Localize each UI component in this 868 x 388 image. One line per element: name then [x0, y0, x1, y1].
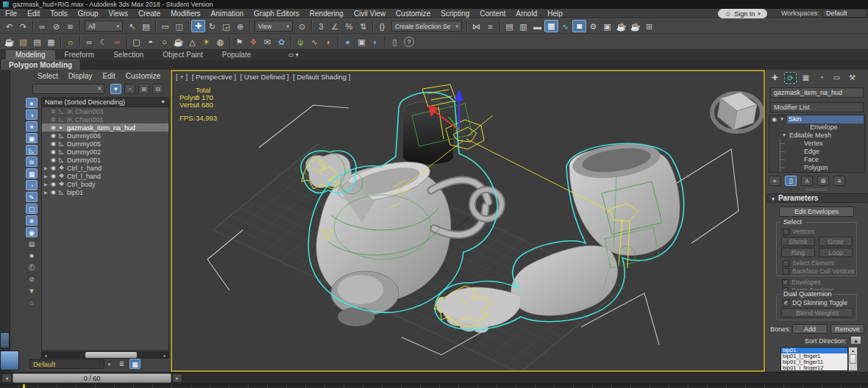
render-production-icon[interactable]: ☕: [614, 20, 628, 33]
checkbox-icon[interactable]: [783, 229, 789, 235]
select-and-link-icon[interactable]: ∞: [35, 20, 49, 33]
panel-tab-motion-icon[interactable]: ◔: [815, 72, 828, 84]
vertices-checkbox[interactable]: Vertices: [783, 228, 814, 235]
primitive-teapot-icon[interactable]: ☕: [171, 35, 185, 48]
envelopes-checkbox[interactable]: Envelopes: [782, 279, 821, 286]
expand-all-icon[interactable]: ⊞: [138, 84, 149, 94]
panel-splitter-handle[interactable]: [805, 188, 828, 191]
loop-button[interactable]: Loop: [819, 248, 853, 257]
rectangular-selection-icon[interactable]: ▭: [158, 20, 172, 33]
visibility-icon[interactable]: ◉: [51, 181, 57, 187]
lock-explorer-icon[interactable]: ∩: [124, 84, 135, 94]
visibility-icon[interactable]: ◉: [51, 124, 57, 131]
primitive-dome-icon[interactable]: ◓: [143, 35, 157, 48]
visibility-icon[interactable]: ≣: [51, 116, 57, 123]
clear-search-icon[interactable]: ✕: [97, 85, 102, 92]
mirror-icon[interactable]: ⋈: [469, 20, 483, 33]
visibility-icon[interactable]: ◉: [51, 148, 57, 155]
filter-groups-icon[interactable]: ▦: [26, 168, 38, 179]
toggle-layer-explorer-icon[interactable]: ▥: [516, 20, 530, 33]
sphere-material-icon[interactable]: ●: [341, 35, 355, 48]
grow-button[interactable]: Grow: [819, 237, 853, 246]
spinner-snap-icon[interactable]: ⇅: [356, 20, 370, 33]
remove-bones-button[interactable]: Remove: [830, 324, 864, 334]
filter-helpers-icon[interactable]: ◺: [26, 145, 38, 155]
view-list-icon[interactable]: ▦: [44, 35, 58, 48]
ring-button[interactable]: Ring: [781, 248, 815, 257]
menu-views[interactable]: Views: [104, 9, 134, 18]
stack-row-vertex[interactable]: Vertex: [769, 140, 864, 148]
menu-animation[interactable]: Animation: [206, 9, 249, 18]
filter-frozen-icon[interactable]: ▤: [26, 239, 38, 249]
bone-item-finger12[interactable]: bip01_l_finger12: [781, 365, 847, 371]
collapse-icon[interactable]: [797, 164, 803, 172]
scene-list-icon[interactable]: ▤: [30, 35, 44, 48]
menu-content[interactable]: Content: [474, 9, 511, 18]
modifier-visibility-icon[interactable]: [794, 123, 801, 132]
visibility-icon[interactable]: ◉: [51, 165, 57, 171]
select-and-rotate-icon[interactable]: ↻: [205, 20, 219, 33]
reference-coordinate-dropdown[interactable]: View: [255, 21, 293, 32]
track-bar[interactable]: [0, 384, 868, 388]
filter-effects-icon[interactable]: Ⓕ: [26, 262, 38, 273]
device-icon[interactable]: ▯: [388, 35, 402, 48]
render-in-cloud-icon[interactable]: ☕: [628, 20, 642, 33]
scroll-up-icon[interactable]: ▴: [849, 348, 857, 353]
modifier-visibility-icon[interactable]: [789, 164, 795, 172]
scroll-left-icon[interactable]: ◂: [42, 353, 49, 358]
filter-shapes-icon[interactable]: ◑: [26, 109, 38, 120]
viewport-layout-tab[interactable]: [0, 351, 19, 370]
next-frame-button[interactable]: ▸: [172, 373, 182, 383]
current-time-marker[interactable]: [23, 384, 25, 388]
ribbon-tab-selection[interactable]: Selection: [104, 50, 153, 60]
row-dummy001[interactable]: ◉ ◺ Dummy001: [42, 156, 168, 164]
environment-icon[interactable]: ☾: [96, 35, 110, 48]
angle-snap-icon[interactable]: ∠: [328, 20, 342, 33]
menu-help[interactable]: Help: [542, 9, 568, 18]
filter-ik-icon[interactable]: ✎: [26, 192, 38, 202]
current-layer-dropdown[interactable]: Default: [29, 359, 104, 369]
bind-to-space-warp-icon[interactable]: ≋: [63, 20, 77, 33]
unlink-selection-icon[interactable]: ⊘: [49, 20, 63, 33]
row-ctrl-l-hand[interactable]: ▶ ◉ ❖ Ctrl_l_hand: [42, 172, 168, 180]
scrollbar-track[interactable]: [49, 352, 161, 358]
stack-row-envelope[interactable]: Envelope: [769, 123, 864, 132]
checkbox-icon[interactable]: [783, 268, 789, 275]
select-by-name-icon[interactable]: ▤: [139, 20, 153, 33]
checkbox-icon[interactable]: [783, 260, 789, 267]
stack-row-editable-mesh[interactable]: ▼ Editable Mesh: [769, 132, 864, 140]
hair-fur-icon[interactable]: ∿: [307, 35, 321, 48]
menu-arnold[interactable]: Arnold: [511, 9, 542, 18]
collapse-all-icon[interactable]: ⊟: [152, 84, 163, 94]
select-element-checkbox[interactable]: Select Element: [783, 259, 834, 267]
explorer-menu-edit[interactable]: Edit: [98, 71, 121, 81]
grass-icon[interactable]: ψ: [294, 35, 307, 48]
ribbon-panel-tab-polygon-modeling[interactable]: Polygon Modeling: [1, 60, 79, 70]
panel-tab-display-icon[interactable]: ▭: [830, 72, 843, 84]
envelope-icon[interactable]: ✉: [260, 35, 274, 48]
material-library-icon[interactable]: ▣: [355, 35, 369, 48]
snaps-toggle-3d-icon[interactable]: 3: [314, 20, 328, 33]
filter-off-icon[interactable]: ⊘: [26, 274, 38, 284]
select-and-scale-icon[interactable]: ◲: [219, 20, 233, 33]
filter-visibility-icon[interactable]: ◉: [26, 227, 38, 237]
layer-caret-icon[interactable]: ▾: [105, 359, 113, 369]
viewport-layout-tab-small[interactable]: [0, 332, 10, 348]
selection-filter-dropdown[interactable]: All: [85, 21, 123, 32]
render-presets-icon[interactable]: ⊞: [642, 20, 656, 33]
stack-row-polygon[interactable]: Polygon: [769, 164, 864, 172]
collapse-icon[interactable]: ▼: [782, 132, 788, 140]
scrollbar-thumb[interactable]: [85, 352, 137, 358]
collapse-icon[interactable]: [797, 148, 803, 156]
eclipse-icon[interactable]: ◐: [369, 35, 383, 48]
filter-lights-icon[interactable]: ☀: [26, 121, 38, 132]
modifier-visibility-icon[interactable]: [789, 156, 795, 164]
menu-scripting[interactable]: Scripting: [435, 9, 474, 18]
expand-icon[interactable]: ▶: [44, 165, 49, 170]
panel-tab-hierarchy-icon[interactable]: ▦: [800, 72, 812, 84]
menu-edit[interactable]: Edit: [22, 9, 45, 18]
window-crossing-icon[interactable]: ◫: [172, 20, 186, 33]
row-ik-chain003[interactable]: ≣ ◺ IK Chain003: [42, 107, 168, 115]
collapse-icon[interactable]: [797, 156, 803, 164]
row-dummy006[interactable]: ◉ ◺ Dummy006: [42, 132, 168, 140]
